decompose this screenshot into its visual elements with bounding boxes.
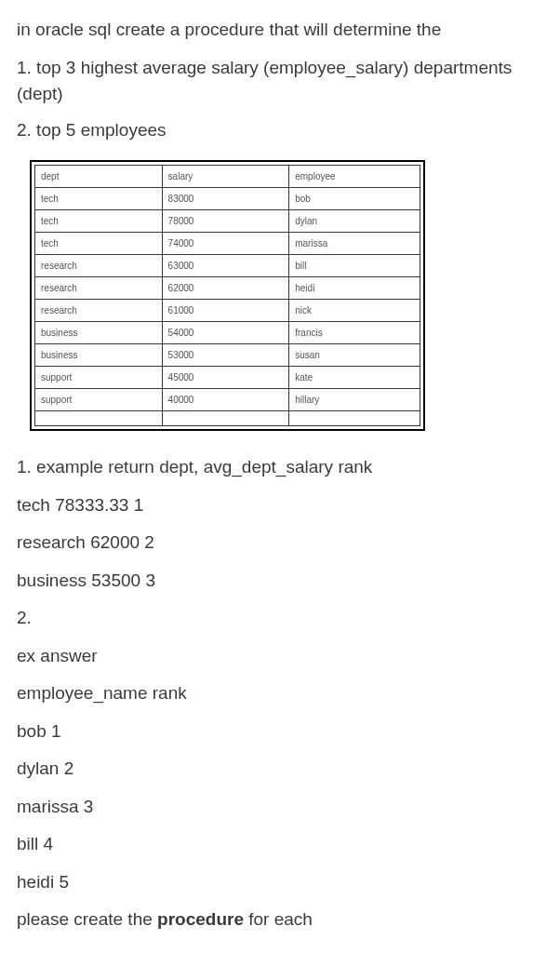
cell-salary: 63000: [162, 255, 289, 277]
example1-header: 1. example return dept, avg_dept_salary …: [17, 454, 543, 481]
closing-post: for each: [244, 909, 313, 929]
table-row: support 45000 kate: [35, 367, 420, 389]
example2-num: 2.: [17, 605, 543, 632]
cell-dept: support: [35, 367, 163, 389]
header-employee: employee: [289, 166, 420, 188]
cell-employee: heidi: [289, 277, 420, 300]
cell-employee: dylan: [289, 210, 420, 233]
example1-line: research 62000 2: [17, 530, 543, 557]
example2-line: bob 1: [17, 718, 543, 745]
table-row: tech 74000 marissa: [35, 233, 420, 255]
table-row: tech 83000 bob: [35, 188, 420, 210]
cell-dept: business: [35, 344, 163, 367]
cell-dept: business: [35, 322, 163, 344]
question-1: 1. top 3 highest average salary (employe…: [17, 55, 543, 108]
table-header-row: dept salary employee: [35, 166, 420, 188]
cell-employee: bill: [289, 255, 420, 277]
cell-employee: bob: [289, 188, 420, 210]
example2-colhead: employee_name rank: [17, 680, 543, 707]
cell-salary: 62000: [162, 277, 289, 300]
example2-line: bill 4: [17, 831, 543, 858]
cell-salary: 53000: [162, 344, 289, 367]
table-row: support 40000 hillary: [35, 389, 420, 411]
cell-salary: 74000: [162, 233, 289, 255]
closing-bold: procedure: [157, 909, 244, 929]
table-empty-row: [35, 411, 420, 426]
table-row: business 54000 francis: [35, 322, 420, 344]
cell-employee: kate: [289, 367, 420, 389]
data-table-wrap: dept salary employee tech 83000 bob tech…: [30, 160, 425, 431]
cell-dept: tech: [35, 210, 163, 233]
table-row: business 53000 susan: [35, 344, 420, 367]
cell-employee: francis: [289, 322, 420, 344]
cell-dept: tech: [35, 233, 163, 255]
example1-line: business 53500 3: [17, 568, 543, 595]
example2-line: marissa 3: [17, 794, 543, 821]
example2-line: dylan 2: [17, 756, 543, 783]
cell-salary: 61000: [162, 300, 289, 322]
cell-salary: 45000: [162, 367, 289, 389]
cell-dept: research: [35, 300, 163, 322]
closing-line: please create the procedure for each: [17, 906, 543, 933]
cell-empty: [162, 411, 289, 426]
cell-employee: marissa: [289, 233, 420, 255]
data-table: dept salary employee tech 83000 bob tech…: [34, 165, 420, 426]
cell-salary: 40000: [162, 389, 289, 411]
cell-dept: tech: [35, 188, 163, 210]
cell-dept: support: [35, 389, 163, 411]
cell-employee: hillary: [289, 389, 420, 411]
cell-dept: research: [35, 277, 163, 300]
cell-empty: [289, 411, 420, 426]
closing-pre: please create the: [17, 909, 157, 929]
cell-salary: 54000: [162, 322, 289, 344]
table-row: tech 78000 dylan: [35, 210, 420, 233]
cell-employee: susan: [289, 344, 420, 367]
intro-text: in oracle sql create a procedure that wi…: [17, 17, 543, 44]
table-row: research 62000 heidi: [35, 277, 420, 300]
cell-dept: research: [35, 255, 163, 277]
table-row: research 61000 nick: [35, 300, 420, 322]
example2-line: heidi 5: [17, 869, 543, 896]
cell-employee: nick: [289, 300, 420, 322]
cell-salary: 78000: [162, 210, 289, 233]
example2-header: ex answer: [17, 643, 543, 670]
table-row: research 63000 bill: [35, 255, 420, 277]
header-dept: dept: [35, 166, 163, 188]
cell-empty: [35, 411, 163, 426]
example1-line: tech 78333.33 1: [17, 492, 543, 519]
header-salary: salary: [162, 166, 289, 188]
cell-salary: 83000: [162, 188, 289, 210]
question-2: 2. top 5 employees: [17, 117, 543, 144]
